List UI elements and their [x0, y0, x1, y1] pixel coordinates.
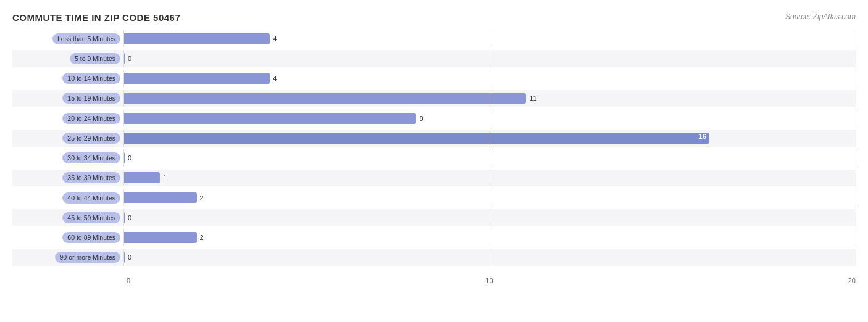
bar-row: 90 or more Minutes0: [12, 249, 856, 266]
bar-row: 30 to 34 Minutes0: [12, 149, 856, 166]
chart-title: COMMUTE TIME IN ZIP CODE 50467: [12, 12, 856, 23]
bars-wrapper: Less than 5 Minutes45 to 9 Minutes010 to…: [12, 30, 856, 266]
grid-line: [490, 30, 490, 47]
grid-line: [123, 90, 124, 107]
bar-track: 0: [123, 209, 856, 226]
source-label: Source: ZipAtlas.com: [785, 12, 856, 21]
bar-label: 60 to 89 Minutes: [12, 232, 123, 243]
bar-row: 35 to 39 Minutes1: [12, 170, 856, 186]
bar-row: 20 to 24 Minutes8: [12, 110, 856, 126]
bar-fill: [123, 93, 526, 104]
bar-fill: [123, 232, 197, 243]
bar-row: 40 to 44 Minutes2: [12, 189, 856, 206]
grid-line: [856, 189, 856, 206]
grid-line: [856, 90, 856, 107]
x-axis-label: 20: [848, 277, 856, 284]
grid-line: [123, 209, 124, 226]
bar-label: 5 to 9 Minutes: [12, 53, 123, 64]
bar-fill: 16: [123, 133, 709, 144]
bar-label-text: 30 to 34 Minutes: [62, 152, 120, 163]
bar-value: 0: [128, 154, 131, 162]
bar-label-text: 10 to 14 Minutes: [62, 73, 120, 84]
bar-value: 0: [128, 254, 131, 261]
bar-label-text: 25 to 29 Minutes: [62, 133, 120, 144]
bar-label: Less than 5 Minutes: [12, 33, 123, 44]
bar-label-text: 40 to 44 Minutes: [62, 192, 120, 204]
bar-label: 20 to 24 Minutes: [12, 113, 123, 124]
bar-track: 4: [123, 30, 856, 47]
bar-label: 15 to 19 Minutes: [12, 93, 123, 104]
x-axis-label: 0: [127, 277, 130, 284]
grid-line: [490, 229, 490, 246]
bar-track: 8: [123, 110, 856, 126]
grid-line: [123, 50, 124, 67]
bar-fill: [123, 113, 416, 124]
grid-line: [490, 189, 490, 206]
grid-line: [123, 70, 124, 86]
bar-row: Less than 5 Minutes4: [12, 30, 856, 47]
bar-track: 16: [123, 130, 856, 146]
bar-label-text: 90 or more Minutes: [55, 252, 120, 263]
grid-line: [856, 50, 856, 67]
bar-row: 25 to 29 Minutes16: [12, 130, 856, 146]
bar-track: 11: [123, 90, 856, 107]
bar-track: 4: [123, 70, 856, 86]
bar-label: 90 or more Minutes: [12, 252, 123, 263]
grid-line: [490, 209, 490, 226]
grid-line: [856, 249, 856, 266]
grid-line: [856, 110, 856, 126]
x-axis-labels: 01020: [12, 277, 856, 284]
bar-track: 0: [123, 50, 856, 67]
grid-line: [856, 209, 856, 226]
grid-line: [856, 130, 856, 146]
grid-line: [123, 30, 124, 47]
bar-value-inside: 16: [699, 133, 706, 140]
bar-label: 25 to 29 Minutes: [12, 133, 123, 144]
bar-value: 4: [273, 35, 277, 43]
grid-line: [123, 249, 124, 266]
bar-label-text: 45 to 59 Minutes: [62, 212, 120, 223]
bar-label-text: 5 to 9 Minutes: [70, 53, 120, 64]
bar-label-text: 35 to 39 Minutes: [62, 172, 120, 183]
grid-line: [856, 70, 856, 86]
grid-line: [123, 170, 124, 186]
bar-value: 0: [128, 55, 131, 62]
chart-container: COMMUTE TIME IN ZIP CODE 50467 Source: Z…: [0, 0, 868, 322]
x-axis-label: 10: [485, 277, 493, 284]
bar-value: 0: [128, 214, 131, 221]
bar-track: 2: [123, 229, 856, 246]
bar-row: 5 to 9 Minutes0: [12, 50, 856, 67]
bar-row: 60 to 89 Minutes2: [12, 229, 856, 246]
grid-line: [856, 30, 856, 47]
grid-line: [490, 249, 490, 266]
bar-track: 2: [123, 189, 856, 206]
grid-line: [490, 130, 490, 146]
grid-line: [490, 90, 490, 107]
bar-row: 45 to 59 Minutes0: [12, 209, 856, 226]
bar-track: 1: [123, 170, 856, 186]
bar-value: 8: [419, 115, 423, 122]
bar-value: 4: [273, 75, 277, 82]
bar-value: 2: [200, 194, 204, 202]
bar-row: 10 to 14 Minutes4: [12, 70, 856, 86]
grid-line: [123, 229, 124, 246]
grid-line: [490, 110, 490, 126]
grid-line: [856, 149, 856, 166]
chart-area: Less than 5 Minutes45 to 9 Minutes010 to…: [12, 30, 856, 284]
bar-label: 40 to 44 Minutes: [12, 192, 123, 204]
bar-fill: [123, 33, 270, 44]
bar-label: 30 to 34 Minutes: [12, 152, 123, 163]
bar-value: 11: [529, 94, 536, 102]
bar-fill: [123, 192, 197, 204]
bar-track: 0: [123, 149, 856, 166]
grid-line: [856, 170, 856, 186]
bar-label-text: Less than 5 Minutes: [52, 33, 120, 44]
grid-line: [490, 70, 490, 86]
grid-line: [123, 189, 124, 206]
bar-label-text: 20 to 24 Minutes: [62, 113, 120, 124]
bar-label-text: 15 to 19 Minutes: [62, 93, 120, 104]
grid-line: [490, 149, 490, 166]
bar-label-text: 60 to 89 Minutes: [62, 232, 120, 243]
bar-fill: [123, 172, 160, 183]
grid-line: [123, 130, 124, 146]
